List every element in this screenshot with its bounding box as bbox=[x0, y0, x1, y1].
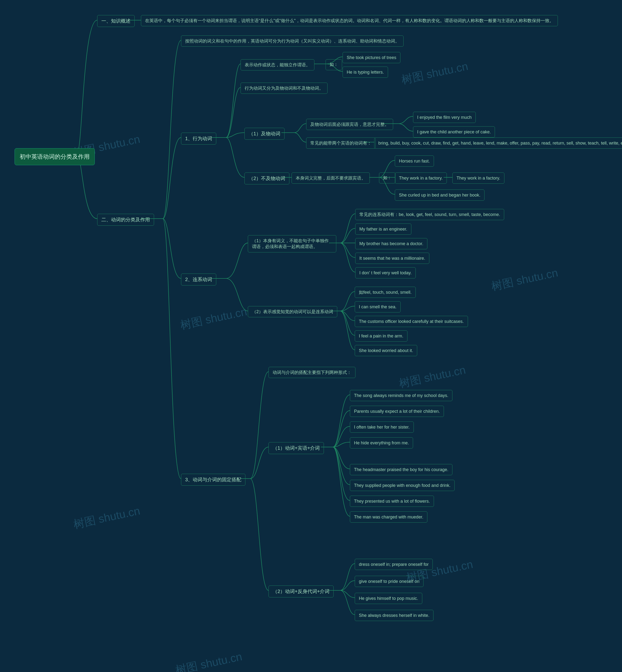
g1-2-ex2b: They work in a factory. bbox=[452, 173, 505, 184]
g3-1-l3: He hide everything from me. bbox=[350, 437, 413, 449]
g3-1-l0: The song always reminds me of my school … bbox=[350, 390, 452, 401]
g1-a: 表示动作或状态，能独立作谓语。 bbox=[241, 59, 314, 70]
g2-1-l4: It seems that he was a millionaire. bbox=[355, 253, 429, 264]
section2-title[interactable]: 二、动词的分类及作用 bbox=[97, 214, 154, 226]
g3-1-l6: They presented us with a lot of flowers. bbox=[350, 496, 434, 507]
g1-b: 行为动词又分为及物动词和不及物动词。 bbox=[241, 82, 327, 94]
g3-1-title[interactable]: （1）动词+宾语+介词 bbox=[269, 442, 324, 454]
g1-a-link: 如： bbox=[325, 59, 342, 70]
g3-title[interactable]: 3、动词与介词的固定搭配 bbox=[181, 474, 245, 486]
root-node[interactable]: 初中英语动词的分类及作用 bbox=[14, 148, 95, 165]
g3-2-l2: He gives himself to pop music. bbox=[355, 593, 422, 604]
section1-text: 在英语中，每个句子必须有一个动词来担当谓语，说明主语"是什么"或"做什么"，动词… bbox=[141, 15, 558, 26]
g3-2-l3: She always dresses herself in white. bbox=[355, 610, 434, 621]
g3-1-l2: I often take her for her sister. bbox=[350, 422, 414, 433]
g3-2-l1: give oneself to pride oneself on bbox=[355, 576, 423, 587]
g1-a-ex1: She took pictures of trees bbox=[343, 52, 401, 63]
g1-2-link: 如： bbox=[379, 173, 395, 183]
g2-title[interactable]: 2、连系动词 bbox=[181, 274, 216, 285]
g3-1-l4: The headmaster praised the boy for his c… bbox=[350, 464, 452, 475]
g2-2-l1: 如feel, touch, sound, smell. bbox=[355, 287, 416, 298]
g1-2-ex2: They work in a factory. bbox=[395, 173, 447, 184]
g1-1-a-ex1: I enjoyed the film very much bbox=[413, 112, 476, 123]
g2-1-l2: My father is an engineer. bbox=[355, 223, 411, 235]
g1-2-ex1: Horses run fast. bbox=[395, 155, 434, 167]
g2-1-l1: 常见的连系动词有：be, look, get, feel, sound, tur… bbox=[355, 209, 504, 220]
g3-1-l5: They supplied people with enough food an… bbox=[350, 480, 455, 491]
g3-1-l1: Parents usually expect a lot of their ch… bbox=[350, 406, 444, 417]
g2-2-l5: She looked worried about it. bbox=[355, 345, 417, 356]
g2-2-l2: I can smell the sea. bbox=[355, 301, 401, 312]
g1-2-ex3: She curled up in bed and began her book. bbox=[395, 189, 484, 201]
g2-2-title: （2）表示感觉知觉的动词可以是连系动词 bbox=[248, 306, 337, 317]
g3-intro: 动词与介词的搭配主要指下列两种形式： bbox=[269, 367, 355, 378]
mindmap-canvas: 树图 shutu.cn 树图 shutu.cn 树图 shutu.cn 树图 s… bbox=[0, 0, 622, 672]
g3-1-l7: The man was charged with mueder. bbox=[350, 511, 427, 523]
g1-1-b: 常见的能带两个宾语的动词有： bbox=[306, 138, 376, 149]
g1-1-title[interactable]: （1）及物动词 bbox=[244, 128, 284, 140]
g3-2-l0: dress oneself in; prepare oneself for bbox=[355, 559, 433, 570]
g2-2-l4: I feel a pain in the arm. bbox=[355, 330, 408, 342]
g2-1-l5: I don' t feel very well today. bbox=[355, 267, 416, 278]
g1-1-b-list: bring, build, buy, cook, cut, draw, find… bbox=[374, 138, 622, 149]
s2-intro: 按照动词的词义和在句中的作用，英语动词可分为行为动词（又叫实义动词）、连系动词、… bbox=[181, 35, 404, 47]
g1-1-a-ex2: I gave the child another piece of cake. bbox=[413, 126, 495, 138]
g1-2-title[interactable]: （2）不及物动词 bbox=[244, 173, 289, 184]
g3-2-title[interactable]: （2）动词+反身代词+介词 bbox=[269, 586, 334, 597]
g2-2-l3: The customs officer looked carefully at … bbox=[355, 316, 468, 327]
g1-a-ex2: He is typing letters. bbox=[343, 67, 388, 78]
g1-2-a: 本身词义完整，后面不要求跟宾语。 bbox=[291, 173, 370, 184]
connector-lines bbox=[0, 0, 622, 672]
g2-1-l3: My brother has become a doctor. bbox=[355, 238, 427, 249]
section1-title[interactable]: 一、知识概述 bbox=[97, 15, 135, 27]
g2-1-title: （1）本身有词义，不能在句子中单独作谓语，必须和表语一起构成谓语。 bbox=[248, 235, 336, 252]
g1-title[interactable]: 1、行为动词 bbox=[181, 133, 216, 145]
g1-1-a: 及物动词后面必须跟宾语，意思才完整。 bbox=[306, 119, 393, 130]
